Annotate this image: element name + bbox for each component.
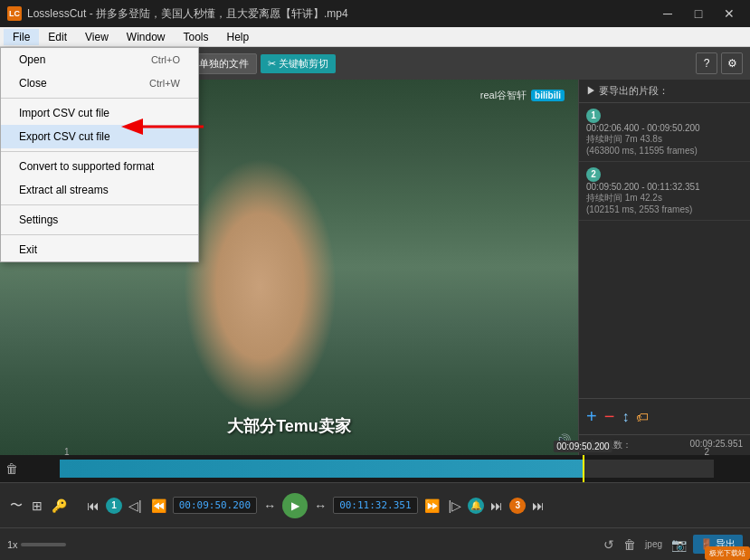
subtitle-text: 大部分Temu卖家: [227, 415, 351, 437]
separator-1: [1, 98, 198, 99]
segment-detail-1: (463800 ms, 11595 frames): [586, 146, 743, 156]
sort-segments-button[interactable]: ↕: [620, 404, 631, 429]
speed-label: 1x: [7, 539, 18, 550]
end-time-display[interactable]: 00:11:32.351: [333, 497, 417, 514]
swap-button-2[interactable]: ↔: [311, 496, 329, 516]
next-keyframe[interactable]: |▷: [446, 496, 465, 516]
timeline-marker-1: 1: [64, 447, 70, 457]
segment-duration-1: 持续时间 7m 43.8s: [586, 133, 743, 146]
arrow-indicator: [118, 113, 208, 143]
remove-segment-button[interactable]: −: [603, 404, 617, 429]
segment-item-1[interactable]: 1 00:02:06.400 - 00:09:50.200 持续时间 7m 43…: [579, 103, 750, 162]
swap-button[interactable]: ↔: [261, 496, 279, 516]
timeline-playhead[interactable]: 00:09:50.200: [583, 455, 584, 482]
segment-duration-2: 持续时间 1m 42.2s: [586, 192, 743, 204]
controls-area: 〜 ⊞ 🔑 ⏮ 1 ◁| ⏪ 00:09:50.200 ↔ ▶ ↔ 00:11:…: [0, 482, 750, 527]
timeline-trash-icon[interactable]: 🗑: [0, 461, 24, 476]
separator-2: [1, 151, 198, 152]
menu-convert[interactable]: Convert to supported format: [1, 155, 198, 178]
timeline-marker-2: 2: [704, 447, 709, 457]
prev-keyframe[interactable]: ◁|: [126, 496, 145, 516]
jpeg-label-btn[interactable]: jpeg: [642, 536, 665, 552]
segment-time-1: 00:02:06.400 - 00:09:50.200: [586, 123, 743, 133]
window-controls: ─ □ ✕: [654, 5, 743, 23]
help-button[interactable]: ?: [696, 52, 717, 74]
menu-edit[interactable]: Edit: [39, 29, 76, 45]
menu-settings[interactable]: Settings: [1, 208, 198, 232]
camera-button[interactable]: 📷: [669, 535, 689, 555]
settings-button[interactable]: ⚙: [721, 52, 743, 74]
thumbnail-toggle[interactable]: ⊞: [29, 496, 45, 516]
total-time: 00:09:25.951: [690, 439, 743, 451]
menu-file[interactable]: File: [4, 29, 39, 45]
rewind-button[interactable]: ⏪: [148, 496, 169, 516]
watermark: real谷智轩 bilibili: [480, 89, 565, 102]
segment-number-1: 1: [586, 109, 601, 123]
close-button[interactable]: ✕: [716, 5, 743, 23]
refresh-button[interactable]: ↺: [601, 535, 617, 555]
panel-header: ▶ 要导出的片段：: [579, 80, 750, 103]
segment-badge-1: 1: [106, 498, 122, 514]
menu-open[interactable]: Open Ctrl+O: [1, 48, 198, 71]
separator-4: [1, 234, 198, 235]
speed-slider[interactable]: [21, 543, 66, 546]
menu-help[interactable]: Help: [218, 29, 259, 45]
segment-item-2[interactable]: 2 00:09:50.200 - 00:11:32.351 持续时间 1m 42…: [579, 162, 750, 221]
menu-extract[interactable]: Extract all streams: [1, 178, 198, 202]
skip-to-end[interactable]: ⏭: [488, 496, 506, 516]
key-icon-button[interactable]: 🔑: [49, 496, 70, 516]
menu-view[interactable]: View: [76, 29, 118, 45]
menu-close[interactable]: Close Ctrl+W: [1, 71, 198, 95]
file-dropdown-menu: Open Ctrl+O Close Ctrl+W Import CSV cut …: [0, 47, 199, 262]
bilibili-logo: bilibili: [531, 90, 565, 101]
start-time-display[interactable]: 00:09:50.200: [173, 497, 257, 514]
jikuang-badge: 极光下载站: [705, 546, 750, 560]
timeline-area: 🗑 1 00:09:50.200 2: [0, 455, 750, 482]
title-bar: LC LosslessCut - 拼多多登陆，美国人秒懂，且大爱离愿【轩讲】.m…: [0, 0, 750, 27]
speed-control: 1x: [7, 539, 66, 550]
segment-badge-3: 3: [509, 498, 526, 514]
timeline-time: 00:09:50.200: [554, 441, 612, 452]
menu-exit[interactable]: Exit: [1, 238, 198, 261]
panel-actions: + − ↕ 🏷: [579, 398, 750, 434]
menu-window[interactable]: Window: [118, 29, 175, 45]
waveform-toggle[interactable]: 〜: [7, 495, 25, 517]
segment-number-2: 2: [586, 167, 601, 182]
play-button[interactable]: ▶: [282, 493, 308, 518]
delete-button[interactable]: 🗑: [621, 535, 639, 555]
menu-tools[interactable]: Tools: [175, 29, 218, 45]
segment-detail-2: (102151 ms, 2553 frames): [586, 204, 743, 214]
window-title: LosslessCut - 拼多多登陆，美国人秒懂，且大爱离愿【轩讲】.mp4: [27, 6, 654, 22]
add-segment-button[interactable]: +: [584, 404, 599, 429]
skip-to-start[interactable]: ⏮: [84, 496, 102, 516]
app-icon: LC: [7, 6, 22, 21]
tag-segment-button[interactable]: 🏷: [634, 404, 650, 429]
timeline-fill: [60, 460, 583, 478]
maximize-button[interactable]: □: [685, 5, 712, 23]
last-button[interactable]: ⏭: [529, 496, 547, 516]
right-panel: ▶ 要导出的片段： 1 00:02:06.400 - 00:09:50.200 …: [578, 80, 750, 455]
segment-badge-end: 🔔: [468, 498, 484, 514]
bottom-bar: 1x ↺ 🗑 jpeg 📷 🚪 导出 极光下载站: [0, 527, 750, 560]
keyframe-button[interactable]: ✂ 关键帧剪切: [261, 54, 336, 73]
segment-time-2: 00:09:50.200 - 00:11:32.351: [586, 182, 743, 192]
forward-button[interactable]: ⏩: [422, 496, 442, 516]
menu-bar: File Edit View Window Tools Help Open Ct…: [0, 27, 750, 47]
minimize-button[interactable]: ─: [654, 5, 681, 23]
separator-3: [1, 204, 198, 205]
timeline-track[interactable]: 1 00:09:50.200 2: [60, 460, 714, 478]
